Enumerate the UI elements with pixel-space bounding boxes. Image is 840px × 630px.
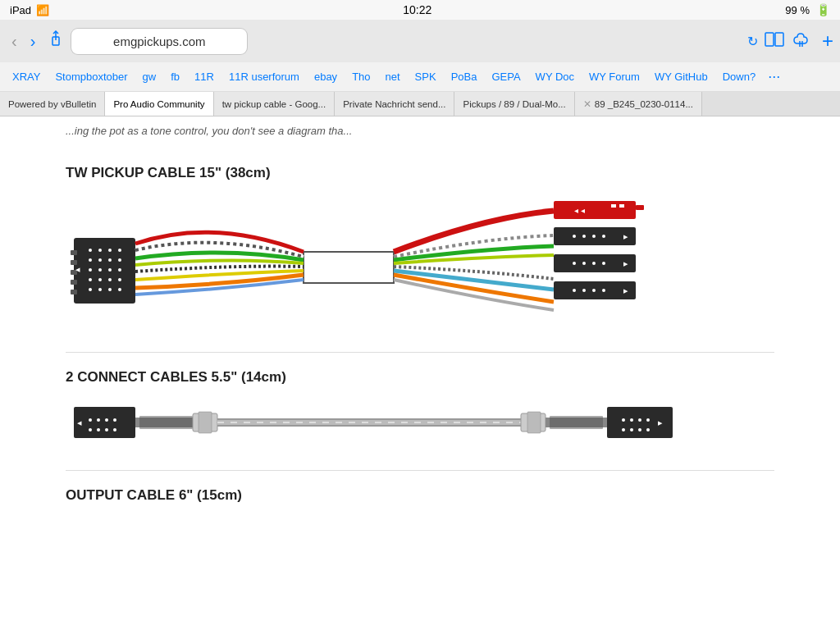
tab-pro-audio[interactable]: Pro Audio Community xyxy=(105,92,213,116)
svg-rect-5 xyxy=(74,238,135,304)
svg-point-79 xyxy=(622,418,625,422)
svg-rect-35 xyxy=(619,204,624,208)
svg-point-16 xyxy=(98,249,102,252)
svg-point-63 xyxy=(97,428,100,431)
tab-label: Private Nachricht send... xyxy=(343,99,445,109)
svg-point-81 xyxy=(638,418,641,422)
svg-point-58 xyxy=(89,418,92,422)
connect-cable-section: 2 CONNECT CABLES 5.5" (14cm) ◂ xyxy=(66,369,774,454)
bookmark-tho[interactable]: Tho xyxy=(346,68,376,85)
forward-button[interactable]: › xyxy=(25,30,41,52)
battery-label: 99 % xyxy=(785,4,810,16)
connect-cable-title: 2 CONNECT CABLES 5.5" (14cm) xyxy=(66,369,774,386)
svg-point-54 xyxy=(602,289,605,292)
tab-tw-cable[interactable]: tw pickup cable - Goog... xyxy=(214,92,336,116)
bookmark-gw[interactable]: gw xyxy=(137,68,162,85)
svg-text:▸: ▸ xyxy=(623,258,628,268)
url-input[interactable] xyxy=(71,29,247,54)
svg-point-12 xyxy=(89,258,92,262)
bookmark-11r[interactable]: 11R xyxy=(189,68,220,85)
bookmark-xray[interactable]: XRAY xyxy=(7,68,46,85)
svg-text:◂: ◂ xyxy=(75,264,80,274)
bookmark-wydoc[interactable]: WY Doc xyxy=(530,68,580,85)
svg-point-82 xyxy=(646,418,650,422)
svg-point-49 xyxy=(592,262,596,265)
svg-point-84 xyxy=(630,428,633,431)
connect-cable-svg: ◂ xyxy=(66,397,681,450)
svg-rect-10 xyxy=(71,290,77,294)
svg-point-26 xyxy=(118,249,121,252)
svg-point-28 xyxy=(118,268,121,272)
svg-point-13 xyxy=(89,268,92,272)
svg-rect-77 xyxy=(607,407,673,438)
svg-text:▸: ▸ xyxy=(623,285,628,295)
tabs-bar: Powered by vBulletin Pro Audio Community… xyxy=(0,92,840,116)
svg-point-19 xyxy=(98,278,102,281)
tab-pickups-89[interactable]: Pickups / 89 / Dual-Mo... xyxy=(454,92,574,116)
svg-rect-69 xyxy=(199,412,212,433)
svg-rect-2 xyxy=(775,33,783,46)
tw-cable-section: TW PICKUP CABLE 15" (38cm) xyxy=(66,165,774,336)
output-cable-title: OUTPUT CABLE 6" (15cm) xyxy=(66,487,774,504)
reload-button[interactable]: ↻ xyxy=(747,34,758,49)
svg-point-14 xyxy=(89,278,92,281)
svg-point-51 xyxy=(573,289,576,292)
svg-rect-9 xyxy=(71,280,77,285)
bookmark-spk[interactable]: SPK xyxy=(409,68,442,85)
svg-point-47 xyxy=(573,262,576,265)
svg-point-83 xyxy=(622,428,625,431)
tw-cable-title: TW PICKUP CABLE 15" (38cm) xyxy=(66,165,774,181)
tab-b245[interactable]: ✕ 89 _B245_0230-0114... xyxy=(575,92,702,116)
svg-text:▸: ▸ xyxy=(623,231,628,241)
svg-rect-34 xyxy=(611,204,616,208)
bookmark-down[interactable]: Down? xyxy=(717,68,761,85)
tab-label: tw pickup cable - Goog... xyxy=(222,99,326,109)
tw-cable-svg: ◂ ◂ ▸ ▸ ▸ xyxy=(66,193,681,332)
bookmark-gepa[interactable]: GEPA xyxy=(486,68,526,85)
tab-vbulletin[interactable]: Powered by vBulletin xyxy=(0,92,105,116)
cloud-button[interactable] xyxy=(792,30,814,52)
bookmark-poba[interactable]: PoBa xyxy=(445,68,483,85)
bookmark-11r-userforum[interactable]: 11R userforum xyxy=(223,68,305,85)
battery-icon: 🔋 xyxy=(816,3,830,16)
page-heading-partial: ...ing the pot as a tone control, you do… xyxy=(66,116,774,148)
svg-point-62 xyxy=(89,428,92,431)
new-tab-button[interactable]: + xyxy=(822,30,833,52)
status-left: iPad 📶 xyxy=(10,4,49,16)
bookmark-net[interactable]: net xyxy=(380,68,406,85)
svg-point-86 xyxy=(646,428,650,431)
svg-rect-32 xyxy=(554,201,636,219)
svg-point-20 xyxy=(98,288,102,291)
svg-point-25 xyxy=(108,288,112,291)
svg-point-21 xyxy=(108,249,112,252)
svg-point-52 xyxy=(582,289,586,292)
back-button[interactable]: ‹ xyxy=(7,30,22,52)
tab-close[interactable]: ✕ xyxy=(583,98,591,110)
bookmark-ebay[interactable]: ebay xyxy=(308,68,343,85)
tab-label: 89 _B245_0230-0114... xyxy=(595,99,693,109)
status-bar: iPad 📶 10:22 99 % 🔋 xyxy=(0,0,840,20)
tab-label: Powered by vBulletin xyxy=(8,99,96,109)
bookmark-stompboxtober[interactable]: Stompboxtober xyxy=(49,68,133,85)
svg-point-24 xyxy=(108,278,112,281)
svg-point-85 xyxy=(638,428,641,431)
svg-point-18 xyxy=(98,268,102,272)
tab-label: Pro Audio Community xyxy=(113,99,204,109)
svg-text:◂: ◂ xyxy=(77,418,82,427)
bookmark-wygithub[interactable]: WY GitHub xyxy=(649,68,714,85)
tab-label: Pickups / 89 / Dual-Mo... xyxy=(463,99,565,109)
svg-rect-67 xyxy=(139,416,193,429)
svg-point-43 xyxy=(573,235,576,238)
nav-buttons: ‹ › xyxy=(7,30,40,52)
bookmark-wyforum[interactable]: WY Forum xyxy=(583,68,646,85)
svg-point-44 xyxy=(582,235,586,238)
share-button[interactable] xyxy=(47,30,65,52)
bookmark-fb[interactable]: fb xyxy=(165,68,185,85)
reading-mode-button[interactable] xyxy=(765,30,784,52)
svg-point-15 xyxy=(89,288,92,291)
page-content: ...ing the pot as a tone control, you do… xyxy=(0,116,840,630)
tab-private-nachricht[interactable]: Private Nachricht send... xyxy=(335,92,454,116)
bookmarks-more-button[interactable]: ··· xyxy=(768,68,780,85)
svg-rect-56 xyxy=(74,407,135,438)
status-right: 99 % 🔋 xyxy=(785,3,830,16)
